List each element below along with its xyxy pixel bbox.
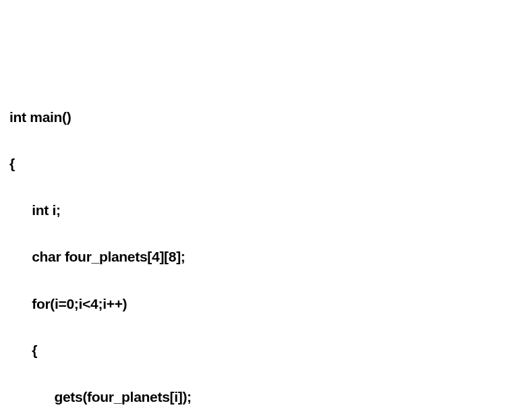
code-line: { [9,339,501,363]
code-line: int main() [9,106,501,129]
code-line: char four_planets[4][8]; [9,245,501,269]
code-line: gets(four_planets[i]); [9,386,501,409]
code-block: int main() { int i; char four_planets[4]… [9,82,501,420]
code-line: { [9,152,501,176]
code-line: int i; [9,199,501,222]
code-line: for(i=0;i<4;i++) [9,293,501,316]
